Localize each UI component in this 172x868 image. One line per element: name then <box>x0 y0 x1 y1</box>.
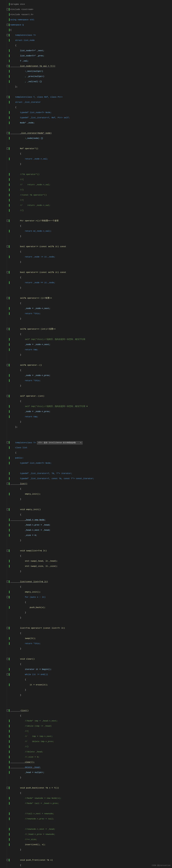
pb-c5: //newnode->_next = _head; <box>10 828 55 830</box>
push-back: void push_back(const T& x = T()) <box>10 787 59 789</box>
cctor-b2: push_back(x); <box>10 606 45 609</box>
cmt: //} <box>10 209 24 212</box>
fold-toggle[interactable]: − <box>7 508 9 510</box>
typedef-iterator: typedef _list_iterator<T, T&, T*> iterat… <box>10 472 72 474</box>
fold-toggle[interactable]: − <box>7 658 9 660</box>
op-eq: bool operator== (const self& it) const <box>10 271 66 273</box>
fold-toggle[interactable]: − <box>7 627 9 629</box>
pb-c6: //_head->_prev = newnode; <box>10 833 55 835</box>
member-next: list_node<T>* _next; <box>10 50 44 52</box>
fold-toggle[interactable]: − <box>7 24 9 26</box>
fold-toggle[interactable]: − <box>7 148 9 150</box>
op-ne-body: return _node != it._node; <box>10 256 55 258</box>
fold-toggle[interactable]: − <box>7 673 9 675</box>
dtor-b2: delete _head; <box>10 766 41 768</box>
iter-ctor: _list_iterator(Node* node) <box>10 132 51 134</box>
init-prev: , _prev(nullptr) <box>10 75 44 78</box>
struct-close: }; <box>10 86 18 88</box>
typedef-node: typedef list_node<T> Node; <box>10 112 51 114</box>
fold-toggle[interactable]: − <box>7 34 9 36</box>
fold-toggle[interactable]: − <box>7 710 9 712</box>
pb-c3: //tail->_next = newnode; <box>10 813 54 815</box>
postdec-b3: return tmp; <box>10 415 38 418</box>
op-arrow-body: return &(_node->_val); <box>10 230 51 232</box>
init-next: :_next(nullptr) <box>10 70 43 72</box>
fold-toggle[interactable]: − <box>7 364 9 366</box>
op-ne: bool operator!= (const self& it) const <box>10 245 66 248</box>
fold-bar <box>7 0 9 868</box>
clear-while: while (it != end()) <box>10 673 48 676</box>
brace: { <box>10 452 16 454</box>
cmt: //} <box>10 189 24 191</box>
member-val: T _val; <box>10 60 29 62</box>
ei-b3: _head->_next = _head; <box>10 529 50 531</box>
cmt: //{ <box>10 199 24 201</box>
fold-toggle[interactable]: − <box>7 8 9 10</box>
fold-toggle[interactable]: − <box>7 441 9 443</box>
push-front: void push_front(const T& x) <box>10 859 53 861</box>
struct-list-node: struct list_node <box>10 39 35 41</box>
clear-b1: iterator it = begin(); <box>10 668 51 671</box>
fold-toggle[interactable]: − <box>7 96 9 98</box>
template-decl: template<class T> <box>10 34 36 36</box>
asgn-b1: swap(lt); <box>10 637 36 640</box>
dtor-c8: //_size = 0; <box>10 756 39 758</box>
fold-toggle[interactable]: − <box>7 859 9 861</box>
fold-toggle[interactable]: − <box>7 483 9 485</box>
empty-init: void empty_init() <box>10 508 41 510</box>
fold-toggle[interactable]: − <box>7 328 9 330</box>
fold-toggle[interactable]: − <box>7 395 9 397</box>
brace-open: { <box>10 29 11 31</box>
op-deref: Ref operator*() <box>10 148 38 150</box>
class-list: class list <box>10 446 27 449</box>
dtor: ~list() <box>10 710 29 712</box>
fold-toggle[interactable]: − <box>7 787 9 789</box>
dtor-c7: //delete _head; <box>10 751 43 753</box>
typedef-self: typedef _list_iterator<T, Ref, Ptr> self… <box>10 117 70 119</box>
watermark: CSDN @Qianxuetian <box>152 865 171 867</box>
preinc-b2: return *this; <box>10 312 41 315</box>
brace: { <box>10 106 16 108</box>
fold-toggle[interactable]: − <box>7 297 9 299</box>
ei-b1: _head = new Node; <box>10 519 45 521</box>
fold-toggle[interactable]: − <box>7 271 9 273</box>
op-assign: list<T>& operator= (const list<T> lt) <box>10 627 65 629</box>
pragma-directive: #pragma once <box>10 3 25 5</box>
dtor-c5: // delete tmp->_prev; <box>10 740 54 743</box>
postinc-b1: self tmp(*this);//浅拷贝，指向的是同一块空间，相当于引用 <box>10 338 85 340</box>
iter-struct: struct _list_iterator <box>10 101 41 103</box>
op-eq-body: return _node == it._node; <box>10 282 55 284</box>
dtor-c2: //while (tmp != _head) <box>10 725 51 727</box>
op-postinc: self& operator++ (int)//后置++ <box>10 328 56 330</box>
typedef-node: typedef list_node<T> Node; <box>10 462 51 464</box>
fold-toggle[interactable]: − <box>7 245 9 247</box>
ei-b4: _size = 0; <box>10 534 37 536</box>
fold-toggle[interactable]: − <box>7 132 9 134</box>
fold-toggle[interactable]: − <box>7 581 9 583</box>
intellisense-hint[interactable]: <T>: 提供 IntelliSense 的示例模板参数 ✎ <box>37 441 82 444</box>
cmt: // return _node->_val; <box>10 184 50 186</box>
postdec-b1: self tmp(*this);//浅拷贝，指向的是同一块空间，相当于引用 ▼ <box>10 405 88 407</box>
code-editor[interactable]: #pragma once −#include <iostream> #inclu… <box>10 0 172 868</box>
fold-toggle[interactable]: − <box>7 550 9 552</box>
fold-toggle[interactable]: − <box>7 65 9 67</box>
cmt: //{ <box>10 179 24 181</box>
cctor-b1: empty_init(); <box>10 591 41 593</box>
swap-b2: std::swap(_size, lt._size); <box>10 565 58 567</box>
cmt-ctstar: //const T& operator*() <box>10 194 47 196</box>
dtor-c1: //Node* tmp = _head->_next; <box>10 720 58 722</box>
copy-ctor: list(const list<T>& lt) <box>10 581 48 583</box>
pb-c1: //Node* newnode = new Node(x); <box>10 797 61 799</box>
fold-toggle[interactable]: − <box>7 596 9 598</box>
dtor-c3: //{ <box>10 730 29 732</box>
pb-c4: //newnode->_prev = tail; <box>10 818 54 820</box>
list-template-prefix: template<class T> <box>10 441 37 444</box>
member-node: Node* _node; <box>10 122 35 124</box>
dtor-b3: _head = nullptr; <box>10 771 44 774</box>
cmt-tstar: //T& operator*() <box>10 173 39 176</box>
op-arrow: Ptr operator->()//和前置++一个道理 <box>10 220 59 222</box>
list-ctor: list() <box>10 483 27 485</box>
fold-toggle[interactable]: − <box>7 220 9 222</box>
typedef-const-iterator: typedef _list_iterator<T, const T&, cons… <box>10 477 94 480</box>
include-iostream: #include <iostream> <box>10 8 33 10</box>
